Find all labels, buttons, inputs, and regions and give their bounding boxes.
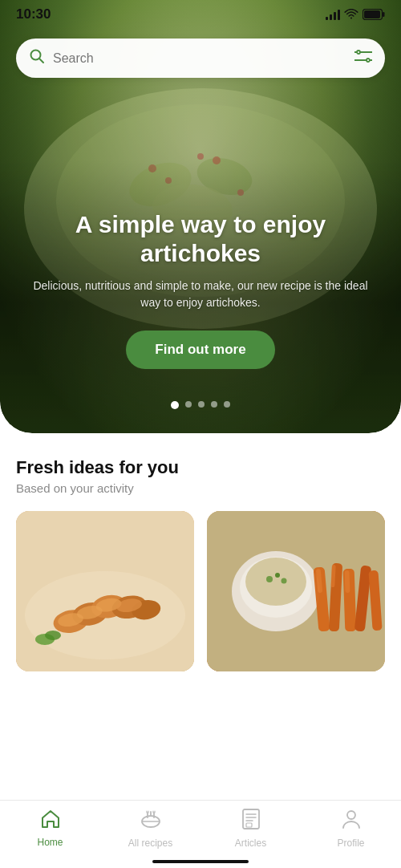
- recipe-grid: [16, 511, 385, 671]
- recipes-icon: [140, 809, 162, 834]
- svg-rect-1: [383, 12, 385, 17]
- battery-icon: [363, 9, 385, 20]
- hero-section: A simple way to enjoy artichokes Delicio…: [0, 0, 401, 433]
- nav-item-articles[interactable]: Articles: [227, 809, 275, 849]
- dot-2[interactable]: [185, 401, 192, 408]
- recipe-card-2[interactable]: [207, 511, 385, 671]
- search-icon: [29, 48, 45, 68]
- home-label: Home: [37, 837, 63, 848]
- wifi-icon: [344, 9, 358, 20]
- nav-item-profile[interactable]: Profile: [327, 809, 375, 849]
- svg-rect-2: [364, 10, 380, 18]
- filter-icon[interactable]: [354, 49, 372, 67]
- svg-rect-60: [243, 809, 259, 829]
- search-input[interactable]: [53, 51, 346, 66]
- dot-5[interactable]: [224, 401, 230, 408]
- carousel-dots: [0, 401, 401, 409]
- profile-label: Profile: [337, 838, 364, 849]
- articles-icon: [241, 809, 261, 834]
- svg-point-39: [245, 558, 306, 606]
- svg-point-65: [347, 811, 355, 819]
- dot-4[interactable]: [211, 401, 217, 408]
- status-icons: [326, 9, 385, 20]
- recipe-card-1[interactable]: [16, 511, 194, 671]
- recipe-image-2: [207, 511, 385, 671]
- nav-item-recipes[interactable]: All recipes: [127, 809, 175, 849]
- nav-item-home[interactable]: Home: [26, 809, 75, 848]
- home-icon: [40, 809, 61, 834]
- svg-point-34: [45, 631, 61, 640]
- svg-point-42: [282, 578, 287, 584]
- find-out-more-button[interactable]: Find out more: [126, 331, 274, 369]
- recipe-image-1: [16, 511, 194, 671]
- dot-1[interactable]: [171, 401, 179, 409]
- articles-label: Articles: [235, 838, 266, 849]
- svg-rect-50: [345, 570, 350, 593]
- dot-3[interactable]: [198, 401, 205, 408]
- fresh-ideas-subtitle: Based on your activity: [16, 481, 385, 495]
- svg-line-15: [39, 59, 43, 63]
- search-bar[interactable]: [16, 39, 385, 78]
- hero-content: A simple way to enjoy artichokes Delicio…: [0, 210, 401, 369]
- fresh-ideas-title: Fresh ideas for you: [16, 457, 385, 478]
- hero-subtitle: Delicious, nutritious and simple to make…: [24, 278, 377, 311]
- main-content: Fresh ideas for you Based on your activi…: [0, 433, 401, 671]
- status-bar: 10:30: [0, 0, 401, 26]
- svg-point-12: [197, 153, 204, 160]
- profile-icon: [342, 809, 361, 834]
- recipes-label: All recipes: [128, 838, 172, 849]
- hero-title: A simple way to enjoy artichokes: [24, 210, 377, 268]
- svg-point-41: [275, 573, 280, 578]
- bottom-nav: Home All recipes: [0, 800, 401, 868]
- home-indicator: [152, 860, 249, 863]
- svg-rect-64: [246, 823, 252, 827]
- svg-point-40: [266, 576, 273, 582]
- signal-icon: [326, 9, 340, 20]
- status-time: 10:30: [16, 6, 51, 22]
